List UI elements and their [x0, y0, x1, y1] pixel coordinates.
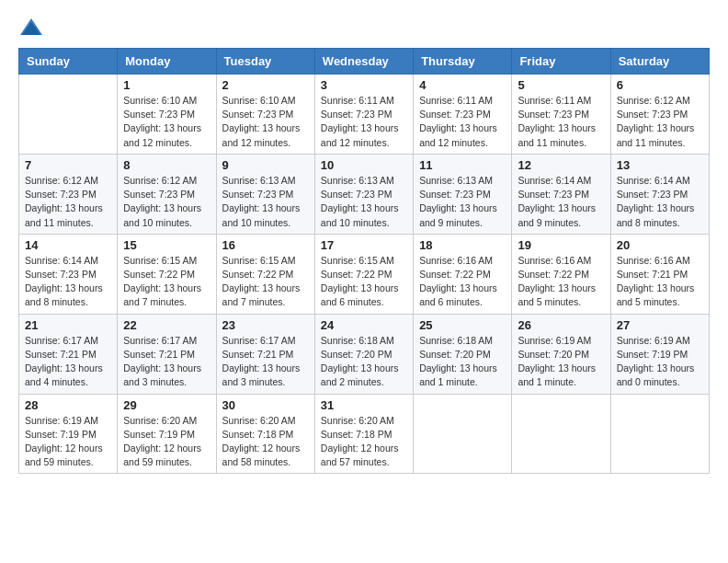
day-cell: 5Sunrise: 6:11 AM Sunset: 7:23 PM Daylig…	[512, 75, 610, 155]
day-info: Sunrise: 6:15 AM Sunset: 7:22 PM Dayligh…	[321, 254, 407, 310]
day-number: 12	[518, 158, 604, 172]
day-number: 28	[25, 398, 111, 412]
day-cell: 14Sunrise: 6:14 AM Sunset: 7:23 PM Dayli…	[19, 234, 118, 314]
day-info: Sunrise: 6:20 AM Sunset: 7:19 PM Dayligh…	[123, 414, 210, 470]
day-cell: 4Sunrise: 6:11 AM Sunset: 7:23 PM Daylig…	[414, 75, 512, 155]
day-number: 17	[321, 238, 407, 252]
day-info: Sunrise: 6:11 AM Sunset: 7:23 PM Dayligh…	[419, 94, 506, 150]
day-cell: 25Sunrise: 6:18 AM Sunset: 7:20 PM Dayli…	[414, 314, 512, 394]
day-number: 13	[617, 158, 703, 172]
day-number: 9	[222, 158, 309, 172]
weekday-header-thursday: Thursday	[414, 49, 512, 75]
day-cell: 18Sunrise: 6:16 AM Sunset: 7:22 PM Dayli…	[414, 234, 512, 314]
day-number: 2	[222, 78, 309, 92]
day-info: Sunrise: 6:18 AM Sunset: 7:20 PM Dayligh…	[321, 334, 407, 390]
day-number: 19	[518, 238, 604, 252]
day-cell: 1Sunrise: 6:10 AM Sunset: 7:23 PM Daylig…	[118, 75, 216, 155]
day-info: Sunrise: 6:12 AM Sunset: 7:23 PM Dayligh…	[123, 174, 210, 230]
day-cell: 26Sunrise: 6:19 AM Sunset: 7:20 PM Dayli…	[512, 314, 610, 394]
day-info: Sunrise: 6:11 AM Sunset: 7:23 PM Dayligh…	[518, 94, 604, 150]
day-info: Sunrise: 6:19 AM Sunset: 7:20 PM Dayligh…	[518, 334, 604, 390]
day-cell: 27Sunrise: 6:19 AM Sunset: 7:19 PM Dayli…	[610, 314, 709, 394]
day-number: 18	[419, 238, 506, 252]
day-cell: 19Sunrise: 6:16 AM Sunset: 7:22 PM Dayli…	[512, 234, 610, 314]
day-info: Sunrise: 6:19 AM Sunset: 7:19 PM Dayligh…	[617, 334, 703, 390]
week-row-4: 21Sunrise: 6:17 AM Sunset: 7:21 PM Dayli…	[19, 314, 710, 394]
day-info: Sunrise: 6:17 AM Sunset: 7:21 PM Dayligh…	[123, 334, 210, 390]
day-number: 14	[25, 238, 111, 252]
day-number: 20	[617, 238, 703, 252]
day-cell: 13Sunrise: 6:14 AM Sunset: 7:23 PM Dayli…	[610, 154, 709, 234]
day-cell	[512, 394, 610, 474]
day-cell: 24Sunrise: 6:18 AM Sunset: 7:20 PM Dayli…	[314, 314, 413, 394]
week-row-3: 14Sunrise: 6:14 AM Sunset: 7:23 PM Dayli…	[19, 234, 710, 314]
day-cell: 31Sunrise: 6:20 AM Sunset: 7:18 PM Dayli…	[314, 394, 413, 474]
day-number: 3	[321, 78, 407, 92]
day-cell: 2Sunrise: 6:10 AM Sunset: 7:23 PM Daylig…	[216, 75, 314, 155]
day-info: Sunrise: 6:14 AM Sunset: 7:23 PM Dayligh…	[518, 174, 604, 230]
calendar-table: SundayMondayTuesdayWednesdayThursdayFrid…	[18, 48, 710, 474]
day-info: Sunrise: 6:20 AM Sunset: 7:18 PM Dayligh…	[222, 414, 309, 470]
day-info: Sunrise: 6:14 AM Sunset: 7:23 PM Dayligh…	[25, 254, 111, 310]
header	[18, 15, 710, 40]
day-cell	[610, 394, 709, 474]
day-info: Sunrise: 6:10 AM Sunset: 7:23 PM Dayligh…	[123, 94, 210, 150]
day-cell: 20Sunrise: 6:16 AM Sunset: 7:21 PM Dayli…	[610, 234, 709, 314]
day-number: 1	[123, 78, 210, 92]
day-number: 4	[419, 78, 506, 92]
day-cell: 10Sunrise: 6:13 AM Sunset: 7:23 PM Dayli…	[314, 154, 413, 234]
day-cell: 29Sunrise: 6:20 AM Sunset: 7:19 PM Dayli…	[118, 394, 216, 474]
day-cell: 7Sunrise: 6:12 AM Sunset: 7:23 PM Daylig…	[19, 154, 118, 234]
day-cell: 11Sunrise: 6:13 AM Sunset: 7:23 PM Dayli…	[414, 154, 512, 234]
day-info: Sunrise: 6:14 AM Sunset: 7:23 PM Dayligh…	[617, 174, 703, 230]
weekday-header-monday: Monday	[118, 49, 216, 75]
day-info: Sunrise: 6:16 AM Sunset: 7:21 PM Dayligh…	[617, 254, 703, 310]
day-info: Sunrise: 6:10 AM Sunset: 7:23 PM Dayligh…	[222, 94, 309, 150]
day-number: 10	[321, 158, 407, 172]
day-cell: 21Sunrise: 6:17 AM Sunset: 7:21 PM Dayli…	[19, 314, 118, 394]
weekday-header-wednesday: Wednesday	[314, 49, 413, 75]
day-info: Sunrise: 6:11 AM Sunset: 7:23 PM Dayligh…	[321, 94, 407, 150]
day-cell: 16Sunrise: 6:15 AM Sunset: 7:22 PM Dayli…	[216, 234, 314, 314]
day-info: Sunrise: 6:16 AM Sunset: 7:22 PM Dayligh…	[518, 254, 604, 310]
day-info: Sunrise: 6:13 AM Sunset: 7:23 PM Dayligh…	[222, 174, 309, 230]
day-number: 30	[222, 398, 309, 412]
day-cell: 6Sunrise: 6:12 AM Sunset: 7:23 PM Daylig…	[610, 75, 709, 155]
weekday-header-row: SundayMondayTuesdayWednesdayThursdayFrid…	[19, 49, 710, 75]
day-number: 8	[123, 158, 210, 172]
weekday-header-tuesday: Tuesday	[216, 49, 314, 75]
day-number: 23	[222, 318, 309, 332]
day-number: 31	[321, 398, 407, 412]
day-cell: 17Sunrise: 6:15 AM Sunset: 7:22 PM Dayli…	[314, 234, 413, 314]
day-cell: 3Sunrise: 6:11 AM Sunset: 7:23 PM Daylig…	[314, 75, 413, 155]
week-row-2: 7Sunrise: 6:12 AM Sunset: 7:23 PM Daylig…	[19, 154, 710, 234]
day-number: 11	[419, 158, 506, 172]
logo-icon	[18, 15, 44, 40]
day-cell: 15Sunrise: 6:15 AM Sunset: 7:22 PM Dayli…	[118, 234, 216, 314]
day-number: 29	[123, 398, 210, 412]
day-cell: 9Sunrise: 6:13 AM Sunset: 7:23 PM Daylig…	[216, 154, 314, 234]
day-info: Sunrise: 6:19 AM Sunset: 7:19 PM Dayligh…	[25, 414, 111, 470]
weekday-header-friday: Friday	[512, 49, 610, 75]
day-number: 7	[25, 158, 111, 172]
day-number: 24	[321, 318, 407, 332]
week-row-5: 28Sunrise: 6:19 AM Sunset: 7:19 PM Dayli…	[19, 394, 710, 474]
logo	[18, 15, 48, 40]
day-number: 5	[518, 78, 604, 92]
day-number: 21	[25, 318, 111, 332]
day-info: Sunrise: 6:16 AM Sunset: 7:22 PM Dayligh…	[419, 254, 506, 310]
day-number: 26	[518, 318, 604, 332]
day-info: Sunrise: 6:12 AM Sunset: 7:23 PM Dayligh…	[25, 174, 111, 230]
day-info: Sunrise: 6:17 AM Sunset: 7:21 PM Dayligh…	[222, 334, 309, 390]
day-cell: 22Sunrise: 6:17 AM Sunset: 7:21 PM Dayli…	[118, 314, 216, 394]
day-info: Sunrise: 6:15 AM Sunset: 7:22 PM Dayligh…	[123, 254, 210, 310]
day-info: Sunrise: 6:13 AM Sunset: 7:23 PM Dayligh…	[419, 174, 506, 230]
day-number: 16	[222, 238, 309, 252]
day-number: 6	[617, 78, 703, 92]
day-cell: 28Sunrise: 6:19 AM Sunset: 7:19 PM Dayli…	[19, 394, 118, 474]
weekday-header-sunday: Sunday	[19, 49, 118, 75]
day-number: 15	[123, 238, 210, 252]
day-number: 22	[123, 318, 210, 332]
day-cell: 12Sunrise: 6:14 AM Sunset: 7:23 PM Dayli…	[512, 154, 610, 234]
day-info: Sunrise: 6:13 AM Sunset: 7:23 PM Dayligh…	[321, 174, 407, 230]
